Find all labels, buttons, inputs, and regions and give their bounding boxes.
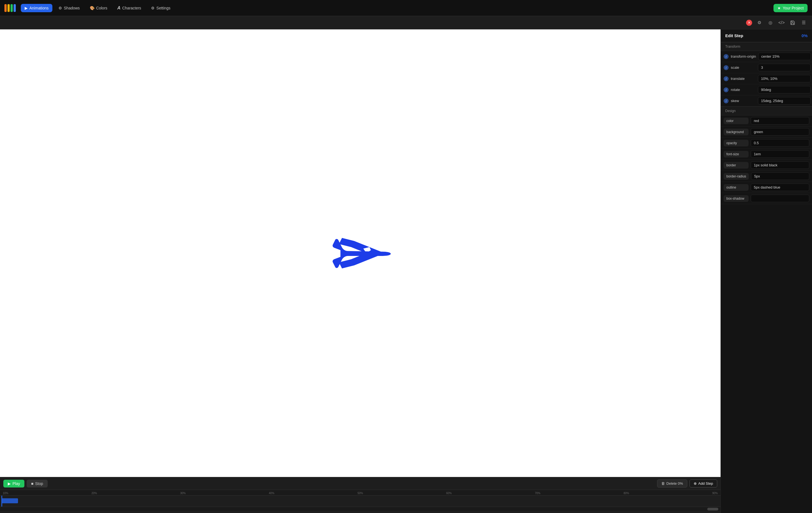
- border-input[interactable]: [751, 161, 809, 169]
- star-icon: ★: [777, 6, 781, 10]
- menu-icon[interactable]: ☰: [800, 19, 808, 27]
- ruler-mark: 20%: [91, 492, 97, 495]
- logo-bar-blue: [13, 4, 16, 12]
- add-step-button[interactable]: ⊕ Add Step: [690, 480, 718, 487]
- delete-label: Delete 0%: [667, 481, 683, 486]
- your-project-button[interactable]: ★ Your Project: [774, 4, 808, 12]
- prop-translate: i translate: [721, 73, 812, 84]
- colors-label: Colors: [96, 6, 107, 10]
- play-button[interactable]: ▶ Play: [3, 480, 24, 487]
- main-area: ▶ Play ■ Stop 🗑 Delete 0% ⊕ Add Step: [0, 29, 812, 513]
- ruler-mark: 80%: [624, 492, 629, 495]
- font-size-label-button[interactable]: font-size: [724, 151, 749, 158]
- box-shadow-input[interactable]: [751, 195, 809, 202]
- info-icon-scale[interactable]: i: [724, 65, 729, 70]
- canvas-viewport: [0, 29, 721, 477]
- scale-input[interactable]: [758, 64, 811, 71]
- timeline-ruler: 10% 20% 30% 40% 50% 60% 70% 80% 90%: [0, 490, 721, 495]
- add-step-label: Add Step: [698, 481, 713, 486]
- rotate-input[interactable]: [758, 86, 811, 93]
- border-label-button[interactable]: border: [724, 162, 749, 169]
- plus-icon: ⊕: [694, 481, 697, 486]
- characters-icon: A: [117, 5, 121, 10]
- prop-opacity: opacity: [721, 138, 812, 148]
- stop-icon: ■: [31, 481, 33, 486]
- secondary-toolbar: ✕ ⚙ ◎ </> ☰: [0, 16, 812, 29]
- timeline-bar-area: [0, 495, 721, 507]
- translate-label: translate: [731, 77, 756, 81]
- step-percent: 0%: [802, 33, 808, 38]
- timeline-controls: ▶ Play ■ Stop 🗑 Delete 0% ⊕ Add Step: [0, 477, 721, 490]
- scrollbar-thumb[interactable]: [707, 508, 718, 511]
- ruler-mark: 90%: [712, 492, 718, 495]
- background-input[interactable]: [751, 128, 809, 136]
- info-icon-transform-origin[interactable]: i: [724, 54, 729, 59]
- color-label-button[interactable]: color: [724, 117, 749, 124]
- close-button[interactable]: ✕: [746, 20, 752, 26]
- background-label-button[interactable]: background: [724, 129, 749, 135]
- prop-border: border: [721, 160, 812, 171]
- info-icon-translate[interactable]: i: [724, 76, 729, 81]
- shadows-label: Shadows: [64, 6, 80, 10]
- info-icon-rotate[interactable]: i: [724, 87, 729, 92]
- settings-label: Settings: [156, 6, 170, 10]
- play-label: Play: [12, 481, 20, 486]
- animations-label: Animations: [29, 6, 49, 10]
- project-label: Your Project: [783, 6, 804, 10]
- prop-font-size: font-size: [721, 148, 812, 160]
- rotate-label: rotate: [731, 88, 756, 92]
- box-shadow-label-button[interactable]: box-shadow: [724, 195, 749, 202]
- logo-bar-orange: [4, 4, 7, 12]
- prop-border-radius: border-radius: [721, 171, 812, 182]
- code-icon[interactable]: </>: [778, 19, 785, 27]
- skew-input[interactable]: [758, 97, 811, 105]
- panel-title: Edit Step: [725, 33, 743, 38]
- nav-characters-button[interactable]: A Characters: [113, 4, 145, 12]
- opacity-label-button[interactable]: opacity: [724, 140, 749, 146]
- logo: [4, 4, 16, 12]
- outline-label-button[interactable]: outline: [724, 184, 749, 191]
- prop-color: color: [721, 115, 812, 127]
- logo-bar-green: [10, 4, 13, 12]
- nav-animations-button[interactable]: ▶ Animations: [21, 4, 52, 12]
- save-icon[interactable]: [789, 19, 796, 27]
- target-icon[interactable]: ◎: [766, 19, 774, 27]
- prop-scale: i scale: [721, 62, 812, 73]
- font-size-input[interactable]: [751, 150, 809, 158]
- border-radius-input[interactable]: [751, 172, 809, 180]
- stop-button[interactable]: ■ Stop: [27, 480, 48, 487]
- transform-origin-label: transform-origin: [731, 54, 756, 58]
- outline-input[interactable]: [751, 184, 809, 191]
- settings-toolbar-icon[interactable]: ⚙: [755, 19, 763, 27]
- top-navigation: ▶ Animations ⚙ Shadows 🎨 Colors A Charac…: [0, 0, 812, 16]
- opacity-input[interactable]: [751, 139, 809, 147]
- ruler-marks: 10% 20% 30% 40% 50% 60% 70% 80% 90%: [3, 492, 718, 495]
- nav-settings-button[interactable]: ⚙ Settings: [147, 4, 174, 12]
- delete-step-button[interactable]: 🗑 Delete 0%: [657, 480, 687, 487]
- timeline-track: 10% 20% 30% 40% 50% 60% 70% 80% 90%: [0, 490, 721, 513]
- nav-shadows-button[interactable]: ⚙ Shadows: [55, 4, 84, 12]
- timeline-keyframe-bar[interactable]: [1, 498, 18, 503]
- translate-input[interactable]: [758, 75, 811, 82]
- info-icon-skew[interactable]: i: [724, 99, 729, 103]
- ruler-mark: 60%: [446, 492, 452, 495]
- ruler-mark: 40%: [269, 492, 274, 495]
- play-icon: ▶: [8, 481, 11, 486]
- timeline-area: ▶ Play ■ Stop 🗑 Delete 0% ⊕ Add Step: [0, 477, 721, 513]
- design-section-label: Design: [721, 107, 812, 115]
- ruler-mark: 50%: [357, 492, 363, 495]
- colors-icon: 🎨: [90, 6, 94, 10]
- timeline-scrollbar[interactable]: [0, 507, 721, 511]
- trash-icon: 🗑: [661, 481, 665, 486]
- border-radius-label-button[interactable]: border-radius: [724, 173, 749, 180]
- transform-origin-input[interactable]: [758, 53, 811, 60]
- stop-label: Stop: [35, 481, 43, 486]
- logo-bar-yellow: [7, 4, 10, 12]
- color-input[interactable]: [751, 117, 809, 125]
- ruler-mark: 10%: [3, 492, 8, 495]
- transform-section-label: Transform: [721, 42, 812, 51]
- nav-colors-button[interactable]: 🎨 Colors: [86, 4, 111, 12]
- skew-label: skew: [731, 99, 756, 103]
- prop-outline: outline: [721, 182, 812, 193]
- prop-rotate: i rotate: [721, 84, 812, 96]
